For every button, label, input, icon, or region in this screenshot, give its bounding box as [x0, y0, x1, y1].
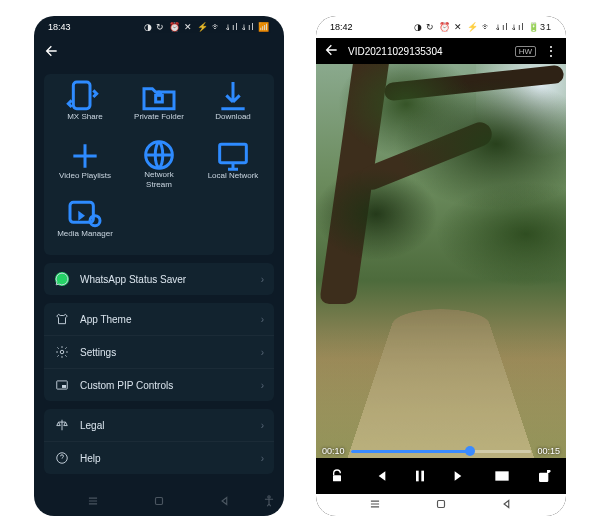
- nav-recent-icon[interactable]: [368, 497, 382, 513]
- svg-rect-14: [421, 471, 424, 482]
- grid-local-network[interactable]: Local Network: [196, 140, 270, 193]
- row-label: WhatsApp Status Saver: [80, 274, 251, 285]
- row-settings[interactable]: Settings ›: [44, 335, 274, 368]
- svg-rect-16: [540, 473, 548, 481]
- pip-icon: [54, 377, 70, 393]
- nav-recent-icon[interactable]: [86, 494, 100, 510]
- android-nav-bar: [34, 488, 284, 516]
- svg-point-6: [60, 350, 64, 354]
- back-arrow-icon[interactable]: [44, 43, 60, 61]
- grid-download[interactable]: Download: [196, 82, 270, 134]
- time-current: 00:10: [322, 446, 345, 456]
- settings-section: App Theme › Settings › Custom PIP Contro…: [44, 303, 274, 401]
- svg-rect-15: [496, 472, 508, 480]
- svg-rect-3: [220, 144, 247, 162]
- legal-section: Legal › Help ›: [44, 409, 274, 474]
- grid-label: Download: [215, 112, 251, 130]
- rotate-icon[interactable]: [534, 465, 556, 487]
- help-icon: [54, 450, 70, 466]
- grid-video-playlists[interactable]: Video Playlists: [48, 140, 122, 193]
- hw-badge[interactable]: HW: [515, 46, 536, 57]
- row-custom-pip[interactable]: Custom PIP Controls ›: [44, 368, 274, 401]
- scale-icon: [54, 417, 70, 433]
- chevron-right-icon: ›: [261, 347, 264, 358]
- row-whatsapp-status-saver[interactable]: WhatsApp Status Saver ›: [44, 263, 274, 295]
- share-icon: [65, 86, 105, 108]
- svg-rect-10: [156, 498, 163, 505]
- prev-track-icon[interactable]: [369, 465, 391, 487]
- nav-back-icon[interactable]: [218, 494, 232, 510]
- aspect-ratio-icon[interactable]: [491, 465, 513, 487]
- pause-icon[interactable]: [409, 465, 431, 487]
- top-bar: [34, 38, 284, 66]
- lock-icon[interactable]: [326, 465, 348, 487]
- chevron-right-icon: ›: [261, 380, 264, 391]
- row-label: Help: [80, 453, 251, 464]
- video-title: VID20211029135304: [348, 46, 507, 57]
- lock-folder-icon: [139, 86, 179, 108]
- grid-mx-share[interactable]: MX Share: [48, 82, 122, 134]
- seek-bar[interactable]: [351, 450, 532, 453]
- svg-rect-12: [333, 475, 341, 481]
- phone-video-player-screen: 18:42 ◑ ↻ ⏰ ✕ ⚡ ᯤ ⫰ıl ⫰ıl 🔋31 VID2021102…: [316, 16, 566, 516]
- accessibility-icon[interactable]: [262, 494, 276, 510]
- monitor-icon: [213, 145, 253, 167]
- seek-fill: [351, 450, 470, 453]
- status-icons: ◑ ↻ ⏰ ✕ ⚡ ᯤ ⫰ıl ⫰ıl 🔋31: [414, 22, 552, 32]
- status-bar: 18:42 ◑ ↻ ⏰ ✕ ⚡ ᯤ ⫰ıl ⫰ıl 🔋31: [316, 16, 566, 38]
- nav-home-icon[interactable]: [152, 494, 166, 510]
- media-manager-icon: [65, 203, 105, 225]
- whatsapp-icon: [54, 271, 70, 287]
- progress-bar-container: 00:10 00:15: [322, 446, 560, 456]
- chevron-right-icon: ›: [261, 314, 264, 325]
- grid-network-stream[interactable]: Network Stream: [122, 140, 196, 193]
- gear-icon: [54, 344, 70, 360]
- nav-back-icon[interactable]: [500, 497, 514, 513]
- tools-grid-section: MX Share Private Folder Download Video P…: [44, 74, 274, 255]
- video-controls: [316, 458, 566, 494]
- grid-label: Local Network: [208, 171, 259, 189]
- video-top-bar: VID20211029135304 HW ⋮: [316, 38, 566, 64]
- grid-media-manager[interactable]: Media Manager: [48, 199, 122, 251]
- status-icons: ◑ ↻ ⏰ ✕ ⚡ ᯤ ⫰ıl ⫰ıl 📶: [144, 22, 270, 32]
- status-time: 18:43: [48, 22, 71, 32]
- row-label: Settings: [80, 347, 251, 358]
- chevron-right-icon: ›: [261, 274, 264, 285]
- plus-icon: [65, 145, 105, 167]
- svg-rect-1: [156, 95, 163, 102]
- row-help[interactable]: Help ›: [44, 441, 274, 474]
- globe-icon: [139, 144, 179, 166]
- chevron-right-icon: ›: [261, 420, 264, 431]
- grid-label: MX Share: [67, 112, 103, 130]
- next-track-icon[interactable]: [449, 465, 471, 487]
- back-arrow-icon[interactable]: [324, 42, 340, 60]
- row-legal[interactable]: Legal ›: [44, 409, 274, 441]
- grid-label: Network Stream: [144, 170, 173, 189]
- status-time: 18:42: [330, 22, 353, 32]
- grid-label: Media Manager: [57, 229, 113, 247]
- status-bar: 18:43 ◑ ↻ ⏰ ✕ ⚡ ᯤ ⫰ıl ⫰ıl 📶: [34, 16, 284, 38]
- grid-label: Video Playlists: [59, 171, 111, 189]
- svg-rect-0: [73, 82, 90, 109]
- android-nav-bar: [316, 494, 566, 516]
- grid-label: Private Folder: [134, 112, 184, 130]
- row-label: App Theme: [80, 314, 251, 325]
- svg-rect-13: [416, 471, 419, 482]
- time-total: 00:15: [537, 446, 560, 456]
- chevron-right-icon: ›: [261, 453, 264, 464]
- svg-point-5: [90, 216, 100, 226]
- svg-rect-8: [62, 385, 66, 388]
- grid-private-folder[interactable]: Private Folder: [122, 82, 196, 134]
- nav-home-icon[interactable]: [434, 497, 448, 513]
- row-label: Legal: [80, 420, 251, 431]
- video-frame[interactable]: 00:10 00:15: [316, 64, 566, 458]
- row-app-theme[interactable]: App Theme ›: [44, 303, 274, 335]
- seek-knob[interactable]: [465, 446, 475, 456]
- whatsapp-section: WhatsApp Status Saver ›: [44, 263, 274, 295]
- tshirt-icon: [54, 311, 70, 327]
- row-label: Custom PIP Controls: [80, 380, 251, 391]
- phone-menu-screen: 18:43 ◑ ↻ ⏰ ✕ ⚡ ᯤ ⫰ıl ⫰ıl 📶 MX Share Pri…: [34, 16, 284, 516]
- download-icon: [213, 86, 253, 108]
- svg-point-11: [268, 496, 270, 498]
- svg-rect-17: [438, 501, 445, 508]
